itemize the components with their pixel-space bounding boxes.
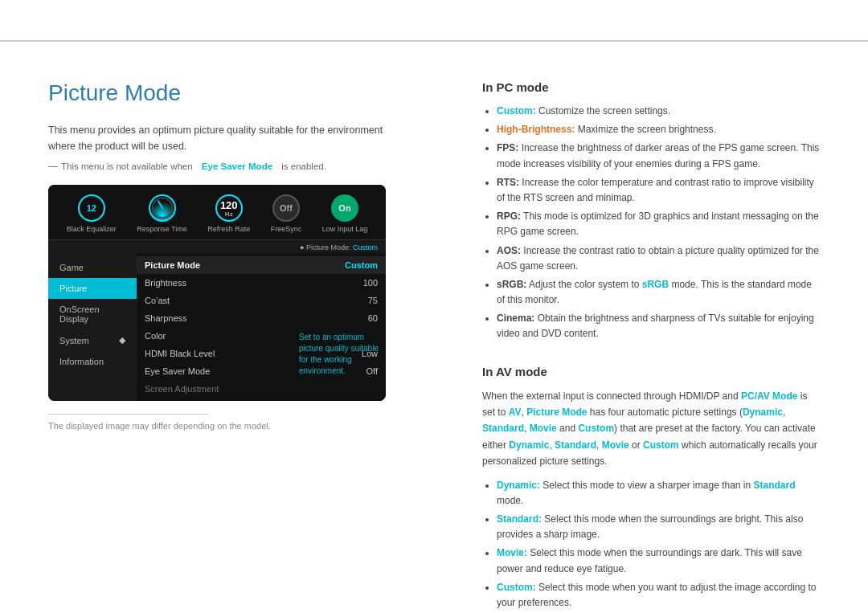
menu-main: Picture Mode Custom Brightness 100 Co’as…	[137, 253, 386, 401]
refresh-rate-icon-item: 120 Hz Refresh Rate	[207, 194, 250, 233]
custom-link2: Custom	[643, 439, 679, 451]
note-suffix: is enabled.	[281, 161, 326, 171]
black-equalizer-circle: 12	[78, 194, 105, 222]
list-item: Custom: Select this mode when you want t…	[497, 580, 820, 611]
monitor-ui: 12 Black Equalizer Response Time	[48, 185, 386, 401]
page-title: Picture Mode	[48, 80, 434, 106]
tooltip-text: Set to an optimum picture quality suitab…	[299, 333, 379, 375]
freesync-circle: Off	[272, 194, 300, 222]
av-mode-bullet-list: Dynamic: Select this mode to view a shar…	[482, 478, 820, 611]
list-item: FPS: Increase the brightness of darker a…	[497, 141, 820, 171]
menu-item-screen-adj[interactable]: Screen Adjustment	[137, 380, 386, 398]
pc-av-mode-link: PC/AV Mode	[741, 390, 797, 402]
menu-item-value-picture-mode: Custom	[345, 260, 378, 270]
list-item: Dynamic: Select this mode to view a shar…	[497, 478, 820, 509]
picture-mode-value: Custom	[353, 243, 378, 251]
picture-mode-link: Picture Mode	[526, 407, 587, 418]
note-text: ― This menu is not available when Eye Sa…	[48, 161, 434, 172]
list-item: AOS: Increase the contrast ratio to obta…	[497, 243, 820, 274]
menu-item-label-brightness: Brightness	[145, 278, 186, 288]
refresh-rate-label: Refresh Rate	[207, 225, 250, 233]
menu-sidebar: Game Picture OnScreen Display System ◆ I…	[48, 253, 137, 401]
dynamic-bullet-label: Dynamic:	[497, 480, 540, 491]
response-time-icon-item: Response Time	[137, 194, 187, 233]
sidebar-item-system[interactable]: System ◆	[48, 329, 137, 351]
left-panel: Picture Mode This menu provides an optim…	[48, 80, 434, 613]
list-item: High-Brightness: Maximize the screen bri…	[497, 122, 820, 137]
footnote-text: The displayed image may differ depending…	[48, 421, 434, 431]
menu-item-brightness[interactable]: Brightness 100	[137, 274, 386, 292]
menu-item-picture-mode[interactable]: Picture Mode Custom	[137, 256, 386, 274]
freesync-icon-item: Off FreeSync	[271, 194, 302, 233]
black-equalizer-label: Black Equalizer	[67, 225, 117, 233]
menu-item-value-sharpness: 60	[368, 313, 378, 323]
menu-item-label-contrast: Co’ast	[145, 296, 170, 305]
standard-inline: Standard	[754, 480, 796, 491]
menu-item-value-brightness: 100	[363, 278, 378, 288]
note-prefix: This menu is not available when	[61, 161, 193, 171]
list-item: Movie: Select this mode when the surroun…	[497, 546, 820, 576]
pc-mode-heading: In PC mode	[482, 80, 820, 94]
standard-link: Standard	[482, 423, 524, 434]
monitor-top-bar: 12 Black Equalizer Response Time	[48, 185, 386, 240]
av-mode-heading: In AV mode	[482, 365, 820, 378]
gauge-svg	[150, 194, 174, 222]
menu-item-label-eye-saver: Eye Saver Mode	[145, 366, 210, 376]
svg-line-1	[158, 202, 162, 208]
movie-link2: Movie	[602, 439, 629, 451]
list-item: Cinema: Obtain the brightness and sharpn…	[497, 311, 820, 341]
low-input-lag-label: Low Input Lag	[322, 225, 368, 233]
tooltip-box: Set to an optimum picture quality suitab…	[299, 332, 379, 377]
custom-label: Custom:	[497, 105, 536, 116]
sidebar-item-game[interactable]: Game	[48, 257, 137, 278]
movie-link: Movie	[530, 423, 557, 434]
system-arrow-icon: ◆	[119, 335, 125, 345]
response-time-circle	[149, 194, 176, 222]
standard-bullet-label: Standard:	[497, 513, 542, 525]
low-input-lag-icon-item: On Low Input Lag	[322, 194, 368, 233]
low-input-lag-circle: On	[331, 194, 358, 222]
response-time-label: Response Time	[137, 225, 187, 233]
menu-item-contrast[interactable]: Co’ast 75	[137, 292, 386, 309]
list-item: RPG: This mode is optimized for 3D graph…	[497, 209, 820, 239]
list-item: Standard: Select this mode when the surr…	[497, 512, 820, 542]
dynamic-link2: Dynamic	[509, 439, 549, 451]
refresh-rate-value: 120	[220, 199, 238, 211]
hz-label: Hz	[225, 211, 233, 218]
sidebar-item-picture[interactable]: Picture	[48, 278, 137, 299]
list-item: Custom: Customize the screen settings.	[497, 104, 820, 119]
list-item: RTS: Increase the color temperature and …	[497, 175, 820, 206]
menu-item-label-sharpness: Sharpness	[145, 313, 187, 323]
black-equalizer-icon-item: 12 Black Equalizer	[67, 194, 117, 233]
freesync-label: FreeSync	[271, 225, 302, 233]
srgb-link: sRGB	[642, 279, 669, 290]
monitor-menu: Game Picture OnScreen Display System ◆ I…	[48, 253, 386, 401]
top-divider	[0, 40, 868, 42]
menu-item-label-screen-adj: Screen Adjustment	[145, 384, 219, 394]
av-link: AV	[509, 407, 522, 418]
footnote-line	[48, 414, 209, 415]
intro-text: This menu provides an optimum picture qu…	[48, 122, 402, 154]
av-mode-body: When the external input is connected thr…	[482, 388, 820, 470]
dynamic-link: Dynamic	[743, 407, 783, 418]
menu-item-value-contrast: 75	[368, 296, 378, 305]
eye-saver-link[interactable]: Eye Saver Mode	[202, 161, 272, 171]
standard-link2: Standard	[555, 439, 596, 451]
pc-mode-bullet-list: Custom: Customize the screen settings. H…	[482, 104, 820, 342]
high-brightness-label: High-Brightness:	[497, 124, 575, 135]
right-panel: In PC mode Custom: Customize the screen …	[482, 80, 820, 613]
movie-bullet-label: Movie:	[497, 547, 527, 558]
menu-item-label-picture-mode: Picture Mode	[145, 260, 200, 270]
list-item: sRGB: Adjust the color system to sRGB mo…	[497, 277, 820, 308]
custom-link: Custom	[578, 423, 614, 434]
menu-item-sharpness[interactable]: Sharpness 60	[137, 309, 386, 327]
custom-bullet-label: Custom:	[497, 582, 536, 593]
picture-mode-badge: ● Picture Mode: Custom	[48, 240, 386, 253]
sidebar-item-information[interactable]: Information	[48, 351, 137, 372]
sidebar-item-onscreen[interactable]: OnScreen Display	[48, 299, 137, 329]
menu-item-label-color: Color	[145, 331, 166, 341]
menu-item-label-hdmi-black: HDMI Black Level	[145, 349, 215, 358]
refresh-rate-circle: 120 Hz	[215, 194, 243, 222]
